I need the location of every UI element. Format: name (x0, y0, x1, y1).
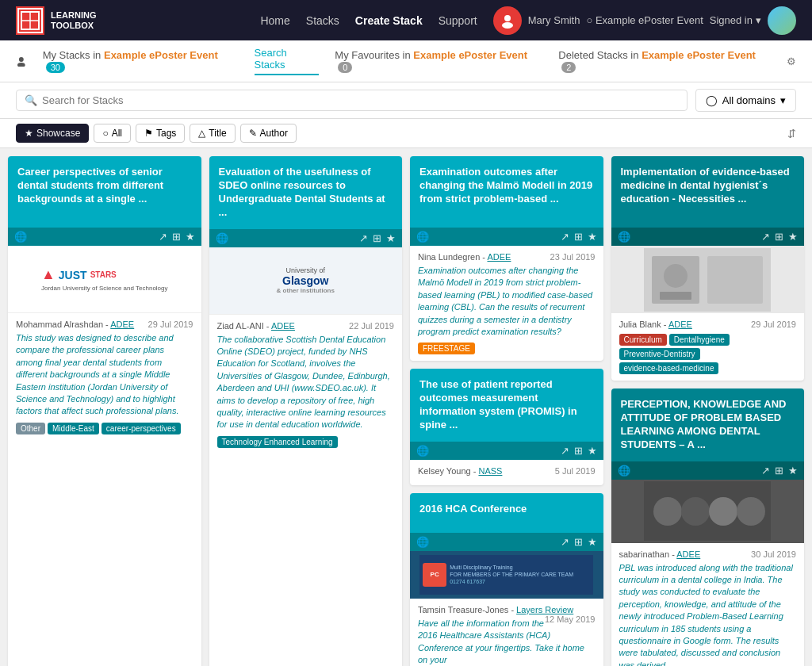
my-stacks-link[interactable]: My Stacks in Example ePoster Event 30 (43, 49, 239, 73)
globe-icon-2[interactable]: 🌐 (216, 232, 228, 244)
globe-icon[interactable]: 🌐 (14, 231, 27, 243)
card-1-author-link[interactable]: ADEE (110, 320, 134, 329)
my-favourites-event: Example ePoster Event (413, 49, 527, 61)
grid-icon-4[interactable]: ⊞ (775, 231, 783, 243)
search-stacks-link[interactable]: Search Stacks (255, 47, 320, 75)
star-icon-4[interactable]: ★ (788, 231, 798, 243)
deleted-event: Example ePoster Event (642, 49, 756, 61)
card-2-header: Evaluation of the usefulness of SDEO onl… (209, 156, 403, 229)
tag-dentalhygiene: Dentalhygiene (669, 334, 730, 346)
deleted-stacks-link[interactable]: Deleted Stacks in Example ePoster Event … (558, 49, 771, 73)
card-hca-header: 2016 HCA Conference (410, 493, 603, 533)
grid-icon-8[interactable]: ⊞ (775, 465, 783, 477)
card-4-header: Implementation of evidence-based medicin… (611, 156, 805, 228)
my-stacks-event: Example ePoster Event (104, 49, 218, 61)
card-8-body: sabarinathan - ADEE 30 Jul 2019 PBL was … (611, 543, 805, 666)
nav-support[interactable]: Support (439, 14, 477, 27)
card-4-tags: Curriculum Dentalhygiene Preventive-Dent… (619, 334, 797, 374)
star-icon-3[interactable]: ★ (588, 231, 597, 243)
card-1-date: 29 Jul 2019 (148, 320, 193, 329)
nav-stacks[interactable]: Stacks (306, 14, 339, 27)
card-7-author-link[interactable]: NASS (478, 466, 502, 476)
card-2-body: Ziad AL-ANI - ADEE 22 Jul 2019 The colla… (209, 315, 403, 666)
external-link-icon-7[interactable]: ↗ (561, 445, 569, 457)
globe-icon-3[interactable]: 🌐 (416, 231, 429, 243)
domain-globe-icon: ◯ (706, 94, 718, 106)
globe-icon-hca[interactable]: 🌐 (416, 536, 429, 548)
sort-icon[interactable]: ⇵ (787, 128, 796, 140)
card-4-author-link[interactable]: ADEE (668, 320, 692, 329)
card-1-tags: Other Middle-East career-perspectives (16, 423, 193, 434)
search-input[interactable] (42, 94, 679, 106)
filter-author[interactable]: ✎ Author (240, 124, 297, 143)
card-4-tools: 🌐 ↗ ⊞ ★ (611, 228, 805, 246)
card-7-tool-icons: ↗ ⊞ ★ (561, 445, 597, 457)
star-icon[interactable]: ★ (186, 231, 195, 243)
tag-technology: Technology Enhanced Learning (217, 436, 338, 448)
my-favourites-badge: 0 (338, 62, 352, 73)
svg-point-20 (709, 497, 737, 526)
card-2-author-link[interactable]: ADEE (271, 321, 295, 331)
domain-dropdown[interactable]: ◯ All domains ▾ (695, 89, 796, 112)
card-2: Evaluation of the usefulness of SDEO onl… (209, 156, 403, 666)
title-icon: △ (198, 128, 205, 139)
grid-icon[interactable]: ⊞ (172, 231, 181, 243)
card-2-tool-icons: ↗ ⊞ ★ (359, 232, 396, 244)
user-name: Mary Smith (528, 14, 580, 26)
filter-tags[interactable]: ⚑ Tags (136, 124, 185, 143)
external-link-icon-hca[interactable]: ↗ (561, 536, 569, 548)
svg-point-6 (19, 57, 24, 62)
domain-label: All domains (722, 94, 776, 106)
settings-icon[interactable]: ⚙ (787, 56, 796, 67)
signed-in-dropdown[interactable]: Signed in ▾ (710, 14, 761, 26)
tag-other: Other (16, 423, 45, 434)
external-link-icon[interactable]: ↗ (159, 231, 167, 243)
card-hca-author-link[interactable]: Layers Review (516, 605, 573, 614)
star-icon-7[interactable]: ★ (588, 445, 597, 457)
card-3-tool-icons: ↗ ⊞ ★ (561, 231, 597, 243)
svg-rect-1 (21, 12, 39, 29)
card-8-tool-icons: ↗ ⊞ ★ (761, 465, 798, 477)
card-7-header: The use of patient reported outcomes mea… (410, 369, 603, 442)
filter-all[interactable]: ○ All (94, 124, 131, 143)
card-3-author-link[interactable]: ADEE (487, 252, 511, 262)
card-hca-tools: 🌐 ↗ ⊞ ★ (410, 533, 603, 551)
card-2-image: University of Glasgow & other institutio… (209, 247, 403, 315)
nav-create-stack[interactable]: Create Stack (355, 14, 423, 27)
event-name: ○ Example ePoster Event (586, 14, 703, 26)
external-link-icon-3[interactable]: ↗ (561, 231, 569, 243)
logo-icon (16, 6, 44, 35)
external-link-icon-2[interactable]: ↗ (359, 232, 368, 244)
card-8-desc: PBL was introduced along with the tradit… (619, 562, 797, 666)
nav-home[interactable]: Home (260, 14, 289, 27)
card-2-tools: 🌐 ↗ ⊞ ★ (209, 229, 403, 247)
my-favourites-link[interactable]: My Favourites in Example ePoster Event 0 (335, 49, 542, 73)
filter-title[interactable]: △ Title (190, 124, 235, 143)
star-icon-8[interactable]: ★ (788, 465, 798, 477)
grid-icon-2[interactable]: ⊞ (373, 232, 381, 244)
card-7-tools: 🌐 ↗ ⊞ ★ (410, 442, 603, 460)
globe-icon-7[interactable]: 🌐 (416, 445, 429, 457)
card-1-tool-icons: ↗ ⊞ ★ (159, 231, 195, 243)
grid-icon-3[interactable]: ⊞ (574, 231, 583, 243)
card-hca-author: Tamsin Treasure-Jones - Layers Review 12… (418, 605, 596, 614)
card-hca: 2016 HCA Conference 🌐 ↗ ⊞ ★ PC Multi Dis… (410, 493, 603, 666)
search-bar: 🔍 ◯ All domains ▾ (0, 82, 812, 119)
grid-icon-hca[interactable]: ⊞ (574, 536, 583, 548)
filter-showcase[interactable]: ★ Showcase (16, 124, 89, 143)
external-link-icon-4[interactable]: ↗ (761, 231, 770, 243)
grid-icon-7[interactable]: ⊞ (574, 445, 583, 457)
card-8-author-link[interactable]: ADEE (676, 549, 700, 559)
globe-icon-8[interactable]: 🌐 (618, 465, 630, 477)
globe-icon-4[interactable]: 🌐 (618, 231, 630, 243)
card-hca-image: PC Multi Disciplinary TrainingFOR MEMBER… (410, 551, 603, 599)
logo-area: LEARNING TOOLBOX (16, 6, 96, 35)
card-col-4: Implementation of evidence-based medicin… (611, 156, 805, 666)
tag-career: career-perspectives (102, 423, 181, 434)
avatar (493, 6, 522, 35)
card-1-desc: This study was designed to describe and … (16, 332, 193, 418)
star-icon-hca[interactable]: ★ (588, 536, 597, 548)
star-icon-2[interactable]: ★ (386, 232, 396, 244)
external-link-icon-8[interactable]: ↗ (761, 465, 770, 477)
sub-navigation: My Stacks in Example ePoster Event 30 Se… (0, 40, 812, 82)
